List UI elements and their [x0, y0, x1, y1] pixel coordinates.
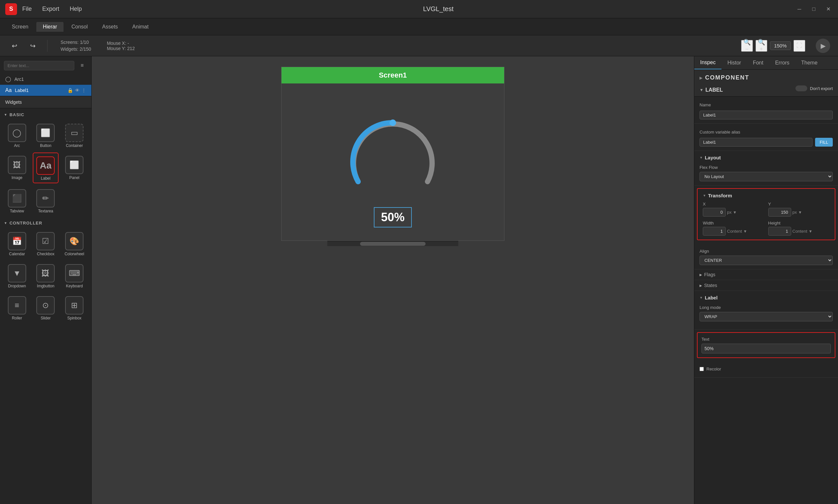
imgbutton-widget-label: Imgbutton — [37, 284, 54, 288]
zoom-display[interactable]: 150% — [770, 41, 791, 50]
widget-textarea[interactable]: ✏ Textarea — [33, 186, 59, 215]
widget-slider[interactable]: ⊙ Slider — [33, 293, 59, 322]
arc-icon: ◯ — [5, 76, 11, 82]
fill-button[interactable]: FILL — [815, 138, 833, 147]
widget-arc[interactable]: ◯ Arc — [4, 121, 30, 150]
widget-spinbox[interactable]: ⊞ Spinbox — [61, 293, 87, 322]
controller-title: CONTROLLER — [4, 220, 87, 226]
main-tabs: Screen Hierar Consol Assets Animat — [0, 18, 838, 35]
tab-consol[interactable]: Consol — [65, 22, 94, 32]
recolor-section: Recolor — [694, 361, 838, 378]
maximize-button[interactable]: □ — [809, 4, 818, 14]
hier-label1-label: Label1 — [15, 88, 64, 93]
layout-title: Layout — [705, 155, 721, 160]
toolbar: ↩ ↪ Screens: 1/10 Widgets: 2/150 Mouse X… — [0, 35, 838, 56]
widget-roller[interactable]: ≡ Roller — [4, 293, 30, 322]
play-button[interactable]: ▶ — [816, 39, 830, 53]
mouse-info: Mouse X: - Mouse Y: 212 — [107, 40, 135, 51]
widget-image[interactable]: 🖼 Image — [4, 152, 30, 183]
canvas-scrollbar[interactable] — [327, 241, 458, 246]
widget-label[interactable]: Aa Label — [33, 152, 59, 183]
text-section: Text — [697, 332, 835, 358]
widget-tabview[interactable]: ⬛ Tabview — [4, 186, 30, 215]
name-input[interactable] — [699, 111, 833, 120]
widget-dropdown[interactable]: ▼ Dropdown — [4, 261, 30, 290]
basic-section: BASIC ◯ Arc ⬜ Button ▭ Container — [4, 112, 87, 215]
height-input[interactable] — [768, 227, 791, 236]
label-section-title: ▼ LABEL — [699, 87, 723, 93]
flex-flow-select[interactable]: No Layout — [699, 172, 833, 181]
widget-colorwheel[interactable]: 🎨 Colorwheel — [61, 229, 87, 258]
widget-container[interactable]: ▭ Container — [61, 121, 87, 150]
x-dropdown-icon[interactable]: ▼ — [733, 210, 737, 215]
flags-label: Flags — [704, 272, 715, 277]
flex-flow-label: Flex Flow — [699, 165, 729, 170]
arc-widget-label: Arc — [14, 143, 20, 148]
image-widget-label: Image — [12, 176, 22, 180]
canvas-area: Screen1 50% — [92, 56, 694, 504]
y-input[interactable] — [768, 208, 791, 217]
transform-grid: X px ▼ Y px ▼ Width — [703, 202, 830, 236]
alias-label: Custom variable alias — [699, 130, 740, 134]
flags-title[interactable]: ▶ Flags — [699, 272, 833, 277]
minimize-button[interactable]: ─ — [795, 4, 804, 14]
right-tab-inspec[interactable]: Inspec — [694, 56, 721, 69]
list-view-button[interactable]: ≡ — [77, 60, 87, 71]
right-tab-errors[interactable]: Errors — [769, 57, 796, 69]
width-input[interactable] — [703, 227, 726, 236]
x-input[interactable] — [703, 208, 726, 217]
screen-content[interactable]: 50% — [282, 84, 504, 240]
panel-widget-label: Panel — [69, 176, 79, 180]
widget-keyboard[interactable]: ⌨ Keyboard — [61, 261, 87, 290]
y-dropdown-icon[interactable]: ▼ — [798, 210, 802, 215]
main-layout: ≡ ◯ Arc1 Aa Label1 🔒 👁 ⋮ Widgets BASIC — [0, 56, 838, 504]
widget-button[interactable]: ⬜ Button — [33, 121, 59, 150]
widget-calendar[interactable]: 📅 Calendar — [4, 229, 30, 258]
textarea-widget-icon: ✏ — [36, 189, 55, 208]
zoom-in-button[interactable]: 🔍+ — [755, 40, 767, 52]
arc-widget-icon: ◯ — [8, 124, 26, 142]
tab-hierar[interactable]: Hierar — [36, 22, 64, 32]
states-title[interactable]: ▶ States — [699, 283, 833, 288]
widget-checkbox[interactable]: ☑ Checkbox — [33, 229, 59, 258]
right-tab-histor[interactable]: Histor — [721, 57, 747, 69]
search-input[interactable] — [4, 61, 74, 70]
text-input[interactable] — [705, 346, 828, 351]
hierarchy-item-label1[interactable]: Aa Label1 🔒 👁 ⋮ — [0, 85, 91, 96]
menu-export[interactable]: Export — [42, 5, 59, 13]
recolor-checkbox[interactable] — [699, 367, 704, 371]
left-sidebar: ≡ ◯ Arc1 Aa Label1 🔒 👁 ⋮ Widgets BASIC — [0, 56, 92, 504]
dont-export-toggle-btn[interactable] — [796, 86, 807, 91]
flags-section: ▶ Flags — [694, 269, 838, 280]
tab-screen[interactable]: Screen — [5, 22, 35, 32]
visibility-icon[interactable]: 👁 — [75, 88, 79, 93]
label-widget-label: Label — [41, 176, 50, 181]
label-display[interactable]: 50% — [374, 207, 412, 228]
colorwheel-widget-label: Colorwheel — [65, 252, 84, 256]
titlebar: S File Export Help LVGL_test ─ □ ✕ — [0, 0, 838, 18]
tab-animat[interactable]: Animat — [126, 22, 155, 32]
redo-button[interactable]: ↪ — [26, 39, 39, 52]
alias-input[interactable] — [699, 138, 813, 147]
widget-imgbutton[interactable]: 🖼 Imgbutton — [33, 261, 59, 290]
canvas-scrollbar-thumb[interactable] — [360, 242, 426, 246]
align-select[interactable]: CENTER — [699, 256, 833, 265]
width-dropdown-icon[interactable]: ▼ — [743, 229, 747, 234]
tab-assets[interactable]: Assets — [95, 22, 124, 32]
height-dropdown-icon[interactable]: ▼ — [808, 229, 813, 234]
undo-button[interactable]: ↩ — [8, 39, 21, 52]
widget-panel[interactable]: ⬜ Panel — [61, 152, 87, 183]
zoom-out-button[interactable]: 🔍− — [741, 40, 753, 52]
right-tab-theme[interactable]: Theme — [796, 57, 824, 69]
long-mode-select[interactable]: WRAP — [699, 312, 833, 321]
controller-grid: 📅 Calendar ☑ Checkbox 🎨 Colorwheel ▼ Dro… — [4, 229, 87, 322]
fullscreen-button[interactable]: ⛶ — [794, 40, 805, 52]
hierarchy-item-arc1[interactable]: ◯ Arc1 — [0, 73, 91, 85]
right-tab-font[interactable]: Font — [747, 57, 769, 69]
close-button[interactable]: ✕ — [824, 4, 833, 14]
lock-icon[interactable]: 🔒 — [68, 88, 73, 93]
more-icon[interactable]: ⋮ — [82, 88, 86, 93]
imgbutton-widget-icon: 🖼 — [36, 264, 55, 283]
menu-file[interactable]: File — [22, 5, 32, 13]
menu-help[interactable]: Help — [70, 5, 82, 13]
